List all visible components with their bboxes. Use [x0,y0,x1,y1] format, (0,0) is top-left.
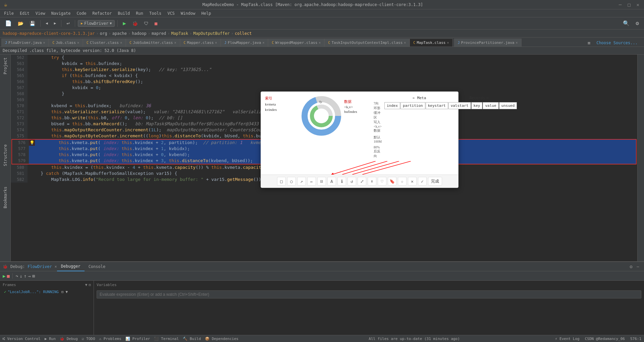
tool-pen[interactable]: ✏ [307,177,316,186]
menu-refactor[interactable]: Refactor [90,10,114,16]
open-btn[interactable]: 📂 [15,20,26,27]
debug-step-over-btn[interactable]: ↷ [15,273,18,279]
tab-taskinput[interactable]: C TaskInputOutputContextImpl.class × [324,39,410,47]
run-btn[interactable]: ▶ [120,19,128,27]
bookmarks-icon[interactable]: Bookmarks [3,187,8,207]
debug-btn[interactable]: 🐞 [130,20,140,27]
build-config-selector[interactable]: ▶ FlowDriver ▼ [78,20,115,27]
tab-close-pp[interactable]: × [516,41,518,45]
breadcrumb-org[interactable]: org [100,31,107,36]
tab-cluster[interactable]: C Cluster.class × [83,39,126,47]
tool-undo[interactable]: ↺ [347,177,356,186]
search-everywhere-btn[interactable]: 🔍 [621,19,632,27]
breadcrumb-maptask[interactable]: MapTask [171,31,188,36]
tool-download[interactable]: ⬇ [368,177,376,186]
minimize-btn[interactable]: ─ [617,2,624,7]
debug-settings-btn[interactable]: ⚙ [628,264,634,269]
frame-chevron[interactable]: ▼ [66,290,68,294]
breadcrumb-collect[interactable]: collect [235,31,252,36]
status-terminal[interactable]: ⬛ Terminal [154,337,179,341]
maximize-btn[interactable]: □ [626,2,632,7]
menu-run[interactable]: Run [133,10,146,16]
tool-star[interactable]: ☆ [398,177,407,186]
tab-flowdriver[interactable]: J FlowDriver.java × [1,39,49,47]
debug-resume-btn[interactable]: ▶ [3,273,5,279]
breadcrumb-hadoop[interactable]: hadoop [132,31,146,36]
breadcrumb-jar[interactable]: hadoop-mapreduce-client-core-3.1.3.jar [3,31,95,36]
debug-hide-btn[interactable]: − [635,264,641,269]
stop-btn[interactable]: ■ [152,20,160,27]
debug-evaluate-btn[interactable]: ⊞ [32,273,35,279]
project-icon[interactable]: Project [3,56,8,76]
tool-expand[interactable]: ⤢ [358,177,366,186]
status-debug-btn[interactable]: 🐞 Debug [60,337,78,341]
menu-code[interactable]: Code [74,10,89,16]
tab-wrappedmapper[interactable]: C WrappedMapper.class × [268,39,324,47]
menu-help[interactable]: Help [199,10,214,16]
status-todo[interactable]: ☑ TODO [82,337,95,341]
debug-tab-debugger[interactable]: Debugger [57,262,85,271]
tool-circle[interactable]: ○ [287,177,296,186]
status-event-log[interactable]: ⚡ Event Log [555,337,580,341]
tab-flowmapper[interactable]: J FlowMapper.java × [221,39,268,47]
tab-maptask[interactable]: C MapTask.class × [410,39,452,47]
menu-tools[interactable]: Tools [147,10,164,16]
tab-close-flowdriver[interactable]: × [43,41,45,45]
editor-settings-btn[interactable]: ≡ [585,39,593,47]
tool-bookmark2[interactable]: 🔖 [388,177,396,186]
expression-input[interactable] [97,290,641,298]
tab-provincepartitioner[interactable]: J ProvincePartitioner.java × [454,39,522,47]
back-btn[interactable]: ◀ [43,20,50,26]
menu-view[interactable]: View [33,10,48,16]
settings-btn[interactable]: ⚙ [633,19,641,27]
menu-edit[interactable]: Edit [17,10,32,16]
tool-close[interactable]: ✕ [408,177,417,186]
menu-navigate[interactable]: Navigate [49,10,73,16]
debug-tab-console[interactable]: Console [85,262,110,271]
tool-info[interactable]: ℹ [337,177,346,186]
tab-close-job[interactable]: × [77,41,79,45]
tool-crop[interactable]: ⊡ [317,177,326,186]
debug-step-into-btn[interactable]: ↓ [19,273,22,279]
tab-close-taskinput[interactable]: × [404,41,406,45]
tab-close-mapper[interactable]: × [215,41,217,45]
debug-stop-btn2[interactable]: ■ [7,273,9,279]
new-file-btn[interactable]: 📄 [3,19,14,27]
tool-arrow[interactable]: ↗ [297,177,306,186]
breadcrumb-mapoutputbuffer[interactable]: MapOutputBuffer [193,31,229,36]
tool-finish[interactable]: 完成 [428,177,442,186]
coverage-btn[interactable]: 🛡 [142,20,151,27]
debug-step-out-btn[interactable]: ↑ [24,273,26,279]
tab-close-maptask[interactable]: × [447,41,449,45]
status-run[interactable]: ▶ Run [45,337,56,341]
filter-icon[interactable]: ⊟ [89,283,91,287]
tool-heart[interactable]: ♡ [378,177,386,186]
menu-file[interactable]: File [1,10,16,16]
window-controls[interactable]: ─ □ ✕ [617,2,641,7]
tab-close-jobsubmitter[interactable]: × [174,41,176,45]
menu-vcs[interactable]: VCS [165,10,177,16]
status-version-control[interactable]: ⑆ Version Control [3,337,41,341]
status-profiler[interactable]: 📊 Profiler [125,337,150,341]
tab-mapper[interactable]: C Mapper.class × [180,39,221,47]
tab-job[interactable]: C Job.class × [49,39,83,47]
status-build[interactable]: 🔨 Build [183,337,201,341]
frames-dropdown[interactable]: ▼ [85,283,88,287]
frame-filter-btn[interactable]: ⊟ [61,290,64,294]
tab-close-wrappedmapper[interactable]: × [319,41,321,45]
debug-run-to-cursor-btn[interactable]: → [28,273,31,279]
forward-btn[interactable]: ▶ [52,20,59,26]
tool-text[interactable]: A [327,177,336,186]
choose-sources-btn[interactable]: Choose Sources... [594,40,640,46]
status-dependencies[interactable]: 📦 Dependencies [205,337,238,341]
undo-btn[interactable]: ↩ [64,19,72,27]
frame-item-localjob[interactable]: ✓ "LocalJobR...": RUNNING ⊟ ▼ [1,289,92,295]
debug-close-btn[interactable]: × [55,264,57,269]
menu-window[interactable]: Window [178,10,198,16]
tab-jobsubmitter[interactable]: C JobSubmitter.class × [126,39,180,47]
tool-rect[interactable]: □ [277,177,286,186]
save-btn[interactable]: 💾 [27,20,38,27]
breadcrumb-apache[interactable]: apache [112,31,127,36]
tab-close-flowmapper[interactable]: × [262,41,264,45]
status-problems[interactable]: ⚠ Problems [99,337,121,341]
